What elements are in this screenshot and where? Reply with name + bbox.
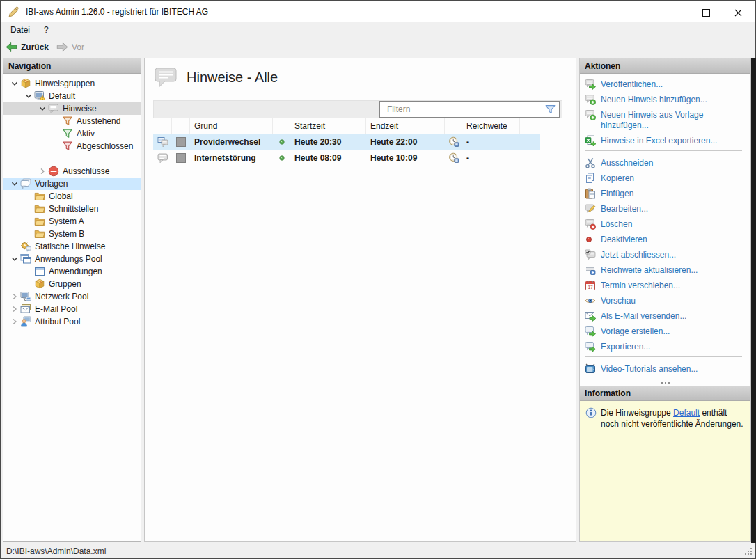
paste-icon	[585, 188, 596, 199]
menu-item-datei[interactable]: Datei	[3, 23, 37, 37]
header-cell-filler[interactable]	[520, 118, 540, 134]
app-window: IBI-aws Admin 1.26.0 - registriert für I…	[0, 0, 756, 559]
action-einfugen[interactable]: Einfügen	[585, 188, 748, 199]
send-mail-icon	[585, 310, 596, 322]
actions-list: Veröffentlichen...Neuen Hinweis hinzufüg…	[580, 74, 750, 380]
tree-item-label: Default	[49, 91, 79, 101]
tree-indent	[3, 171, 37, 172]
desktop-sliver	[751, 58, 756, 543]
header-cell-reichweite[interactable]: Reichweite	[462, 118, 520, 134]
action-bearbeiten[interactable]: Bearbeiten...	[585, 203, 748, 214]
header-cell-reach[interactable]	[445, 118, 462, 134]
action-kopieren[interactable]: Kopieren	[585, 173, 748, 184]
info-default-link[interactable]: Default	[673, 408, 700, 418]
chevron-down-icon[interactable]	[9, 253, 20, 265]
tree-indent	[3, 284, 23, 285]
action-label: Vorlage erstellen...	[601, 326, 670, 337]
hints-bubble-icon	[154, 67, 178, 88]
chevron-down-icon[interactable]	[37, 103, 48, 114]
maximize-button[interactable]	[690, 2, 722, 23]
tree-item-aktiv[interactable]: Aktiv	[3, 127, 141, 140]
main-title-row: Hinweise - Alle	[154, 67, 278, 88]
tree-item-global[interactable]: Global	[3, 190, 141, 203]
chevron-down-icon[interactable]	[9, 78, 20, 89]
filter-input[interactable]	[386, 104, 544, 115]
tree-item-default[interactable]: Default	[3, 90, 141, 102]
header-cell-color[interactable]	[172, 118, 190, 134]
tree-item-ausschlusse[interactable]: Ausschlüsse	[3, 165, 141, 178]
action-termin-verschieben[interactable]: 17Termin verschieben...	[585, 280, 748, 291]
action-label: Jetzt abschliessen...	[601, 249, 676, 260]
action-ausschneiden[interactable]: Ausschneiden	[585, 157, 748, 168]
chevron-right-icon[interactable]	[9, 304, 20, 315]
action-neuen-hinweis-aus-vorlage-hinzufugen[interactable]: Neuen Hinweis aus Vorlage hinzufügen...	[585, 109, 748, 131]
tree-item-label: Aktiv	[77, 129, 99, 139]
chevron-down-icon[interactable]	[23, 90, 34, 102]
action-vorschau[interactable]: Vorschau	[585, 295, 748, 306]
tree-item-system-b[interactable]: System B	[3, 228, 141, 240]
tree-indent	[3, 322, 9, 322]
cell-endzeit: Heute 10:09	[366, 150, 445, 166]
tree-item-anwendungs-pool[interactable]: Anwendungs Pool	[3, 253, 141, 265]
hints-table: GrundStartzeitEndzeitReichweite Provider…	[153, 118, 540, 166]
tree-item-hinweise[interactable]: Hinweise	[3, 102, 141, 115]
action-jetzt-abschliessen[interactable]: Jetzt abschliessen...	[585, 249, 748, 260]
chevron-right-icon[interactable]	[37, 166, 48, 177]
header-cell-startzeit[interactable]: Startzeit	[290, 118, 366, 134]
chevron-right-icon[interactable]	[9, 316, 20, 327]
tree-item-label: Hinweisgruppen	[35, 79, 99, 88]
table-row[interactable]: InternetstörungHeute 08:09Heute 10:09-	[153, 150, 540, 166]
tree-item-vorlagen[interactable]: Vorlagen	[3, 178, 141, 190]
filter-input-box	[379, 101, 560, 118]
action-neuen-hinweis-hinzufugen[interactable]: Neuen Hinweis hinzufügen...	[585, 94, 748, 105]
close-button[interactable]	[722, 2, 754, 23]
action-vorlage-erstellen[interactable]: Vorlage erstellen...	[585, 326, 748, 337]
tree-item-netzwerk-pool[interactable]: Netzwerk Pool	[3, 290, 141, 303]
tree-item-e-mail-pool[interactable]: E-Mail Pool	[3, 303, 141, 315]
action-exportieren[interactable]: Exportieren...	[585, 341, 748, 352]
table-row[interactable]: ProviderwechselHeute 20:30Heute 22:00-	[153, 134, 540, 150]
action-hinweise-in-excel-exportieren[interactable]: Hinweise in Excel exportieren...	[585, 135, 748, 146]
chevron-right-icon[interactable]	[9, 291, 20, 302]
tree-item-anwendungen[interactable]: Anwendungen	[3, 265, 141, 278]
panel-splitter[interactable]	[580, 380, 750, 386]
tree-item-ausstehend[interactable]: Ausstehend	[3, 115, 141, 127]
action-veroffentlichen[interactable]: Veröffentlichen...	[585, 79, 748, 90]
tree-item-gruppen[interactable]: Gruppen	[3, 278, 141, 290]
chevron-down-icon[interactable]	[9, 178, 20, 189]
minimize-button[interactable]	[658, 2, 690, 23]
forward-button[interactable]: Vor	[52, 39, 88, 56]
chevron-spacer	[23, 191, 34, 202]
header-cell-status[interactable]	[273, 118, 290, 134]
action-separator	[585, 356, 742, 357]
actions-header: Aktionen	[580, 58, 750, 74]
action-reichweite-aktualisieren[interactable]: Reichweite aktualisieren...	[585, 265, 748, 276]
status-green-dot-icon	[277, 137, 287, 147]
header-cell-endzeit[interactable]: Endzeit	[366, 118, 445, 134]
resize-grip-icon[interactable]	[743, 546, 753, 556]
action-video-tutorials-ansehen[interactable]: Video-Tutorials ansehen...	[585, 363, 748, 375]
tree-item-schnittstellen[interactable]: Schnittstellen	[3, 203, 141, 215]
back-button[interactable]: Zurück	[1, 39, 52, 56]
copy-icon	[585, 173, 596, 184]
status-file-path: D:\IBI-aws\Admin\Data.xml	[6, 546, 106, 556]
action-loschen[interactable]: Löschen	[585, 219, 748, 230]
cell-status	[273, 134, 290, 150]
tree-indent	[3, 209, 23, 210]
header-cell-grund[interactable]: Grund	[190, 118, 273, 134]
tree-item-system-a[interactable]: System A	[3, 215, 141, 228]
tree-item-abgeschlossen[interactable]: Abgeschlossen	[3, 140, 141, 152]
bubble-icon	[48, 103, 59, 114]
header-cell-type[interactable]	[153, 118, 172, 134]
tree-item-label: System B	[49, 229, 88, 239]
tree-item-hinweisgruppen[interactable]: Hinweisgruppen	[3, 77, 141, 90]
filter-funnel-icon[interactable]	[544, 104, 556, 116]
menu-item-help[interactable]: ?	[37, 23, 56, 37]
chevron-spacer	[23, 266, 34, 277]
action-als-e-mail-versenden[interactable]: Als E-Mail versenden...	[585, 310, 748, 322]
add-hint-icon	[585, 94, 596, 105]
tree-item-attribut-pool[interactable]: Attribut Pool	[3, 315, 141, 328]
funnel-green-icon	[62, 128, 73, 139]
tree-item-statische-hinweise[interactable]: Statische Hinweise	[3, 240, 141, 253]
action-deaktivieren[interactable]: Deaktivieren	[585, 234, 748, 245]
